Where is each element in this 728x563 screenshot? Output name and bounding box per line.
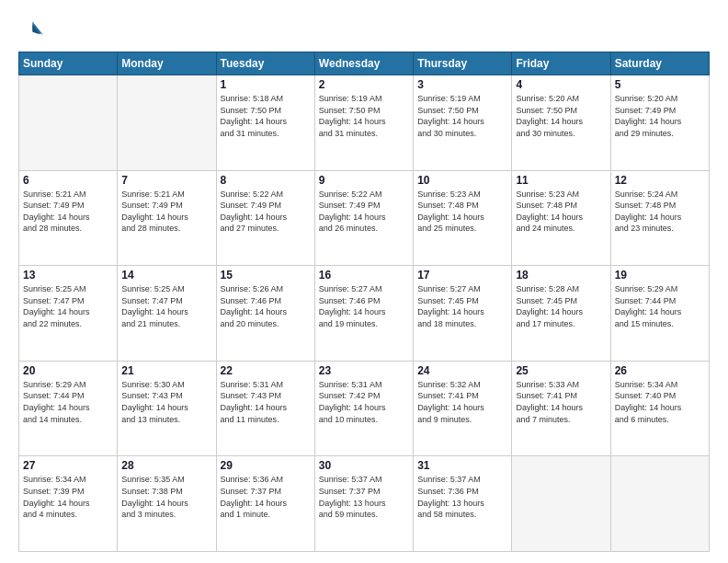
day-info: Sunrise: 5:27 AM Sunset: 7:45 PM Dayligh… (417, 283, 507, 329)
day-number: 31 (417, 459, 507, 472)
day-info: Sunrise: 5:31 AM Sunset: 7:42 PM Dayligh… (319, 379, 409, 425)
day-header-friday: Friday (512, 52, 610, 75)
calendar-body: 1Sunrise: 5:18 AM Sunset: 7:50 PM Daylig… (19, 75, 710, 552)
day-info: Sunrise: 5:18 AM Sunset: 7:50 PM Dayligh… (221, 93, 311, 139)
day-info: Sunrise: 5:20 AM Sunset: 7:49 PM Dayligh… (615, 93, 705, 139)
day-info: Sunrise: 5:19 AM Sunset: 7:50 PM Dayligh… (319, 93, 409, 139)
day-header-wednesday: Wednesday (314, 52, 413, 75)
day-number: 23 (319, 364, 409, 377)
day-number: 14 (121, 269, 211, 282)
week-row-3: 13Sunrise: 5:25 AM Sunset: 7:47 PM Dayli… (19, 266, 710, 362)
day-header-thursday: Thursday (414, 52, 512, 75)
day-info: Sunrise: 5:25 AM Sunset: 7:47 PM Dayligh… (23, 283, 113, 329)
day-number: 25 (516, 364, 606, 377)
calendar-cell: 11Sunrise: 5:23 AM Sunset: 7:48 PM Dayli… (512, 170, 610, 266)
day-number: 6 (23, 174, 113, 187)
calendar-table: SundayMondayTuesdayWednesdayThursdayFrid… (18, 52, 710, 552)
day-info: Sunrise: 5:21 AM Sunset: 7:49 PM Dayligh… (23, 189, 113, 235)
calendar-cell: 12Sunrise: 5:24 AM Sunset: 7:48 PM Dayli… (610, 170, 709, 266)
calendar-cell: 25Sunrise: 5:33 AM Sunset: 7:41 PM Dayli… (512, 361, 610, 456)
day-number: 28 (121, 459, 211, 472)
calendar-cell: 30Sunrise: 5:37 AM Sunset: 7:37 PM Dayli… (314, 456, 413, 552)
calendar-cell: 16Sunrise: 5:27 AM Sunset: 7:46 PM Dayli… (314, 266, 413, 362)
days-row: SundayMondayTuesdayWednesdayThursdayFrid… (19, 52, 710, 75)
day-number: 13 (23, 269, 113, 282)
day-info: Sunrise: 5:28 AM Sunset: 7:45 PM Dayligh… (516, 283, 606, 329)
calendar-cell: 10Sunrise: 5:23 AM Sunset: 7:48 PM Dayli… (414, 170, 512, 266)
day-header-monday: Monday (118, 52, 216, 75)
calendar-cell: 4Sunrise: 5:20 AM Sunset: 7:50 PM Daylig… (512, 75, 610, 171)
day-number: 3 (417, 78, 507, 91)
day-number: 11 (516, 174, 606, 187)
calendar-cell: 23Sunrise: 5:31 AM Sunset: 7:42 PM Dayli… (314, 361, 413, 456)
calendar-cell: 3Sunrise: 5:19 AM Sunset: 7:50 PM Daylig… (414, 75, 512, 171)
day-info: Sunrise: 5:31 AM Sunset: 7:43 PM Dayligh… (221, 379, 311, 425)
calendar-cell: 29Sunrise: 5:36 AM Sunset: 7:37 PM Dayli… (216, 456, 314, 552)
day-number: 18 (516, 269, 606, 282)
calendar-cell: 26Sunrise: 5:34 AM Sunset: 7:40 PM Dayli… (610, 361, 709, 456)
calendar-cell: 7Sunrise: 5:21 AM Sunset: 7:49 PM Daylig… (118, 170, 216, 266)
day-number: 20 (23, 364, 113, 377)
day-number: 4 (516, 78, 606, 91)
day-info: Sunrise: 5:26 AM Sunset: 7:46 PM Dayligh… (221, 283, 311, 329)
logo-icon (18, 17, 44, 42)
day-info: Sunrise: 5:34 AM Sunset: 7:39 PM Dayligh… (23, 474, 113, 520)
day-number: 8 (221, 174, 311, 187)
day-number: 16 (319, 269, 409, 282)
day-number: 29 (221, 459, 311, 472)
calendar-cell: 15Sunrise: 5:26 AM Sunset: 7:46 PM Dayli… (216, 266, 314, 362)
calendar-cell: 13Sunrise: 5:25 AM Sunset: 7:47 PM Dayli… (19, 266, 118, 362)
day-info: Sunrise: 5:25 AM Sunset: 7:47 PM Dayligh… (121, 283, 211, 329)
day-number: 15 (221, 269, 311, 282)
calendar-cell: 18Sunrise: 5:28 AM Sunset: 7:45 PM Dayli… (512, 266, 610, 362)
day-number: 10 (417, 174, 507, 187)
day-info: Sunrise: 5:21 AM Sunset: 7:49 PM Dayligh… (121, 189, 211, 235)
day-number: 30 (319, 459, 409, 472)
day-info: Sunrise: 5:37 AM Sunset: 7:37 PM Dayligh… (319, 474, 409, 520)
calendar-cell: 28Sunrise: 5:35 AM Sunset: 7:38 PM Dayli… (118, 456, 216, 552)
day-header-sunday: Sunday (19, 52, 118, 75)
calendar-cell: 31Sunrise: 5:37 AM Sunset: 7:36 PM Dayli… (414, 456, 512, 552)
day-number: 26 (615, 364, 705, 377)
day-info: Sunrise: 5:22 AM Sunset: 7:49 PM Dayligh… (221, 189, 311, 235)
calendar-cell: 9Sunrise: 5:22 AM Sunset: 7:49 PM Daylig… (314, 170, 413, 266)
week-row-2: 6Sunrise: 5:21 AM Sunset: 7:49 PM Daylig… (19, 170, 710, 266)
day-info: Sunrise: 5:23 AM Sunset: 7:48 PM Dayligh… (516, 189, 606, 235)
logo (18, 17, 48, 42)
day-number: 12 (615, 174, 705, 187)
day-info: Sunrise: 5:23 AM Sunset: 7:48 PM Dayligh… (417, 189, 507, 235)
svg-rect-0 (18, 17, 44, 42)
day-info: Sunrise: 5:29 AM Sunset: 7:44 PM Dayligh… (615, 283, 705, 329)
calendar-cell (610, 456, 709, 552)
day-info: Sunrise: 5:37 AM Sunset: 7:36 PM Dayligh… (417, 474, 507, 520)
calendar-cell: 27Sunrise: 5:34 AM Sunset: 7:39 PM Dayli… (19, 456, 118, 552)
day-header-tuesday: Tuesday (216, 52, 314, 75)
calendar-cell: 20Sunrise: 5:29 AM Sunset: 7:44 PM Dayli… (19, 361, 118, 456)
calendar-cell: 22Sunrise: 5:31 AM Sunset: 7:43 PM Dayli… (216, 361, 314, 456)
calendar-cell: 8Sunrise: 5:22 AM Sunset: 7:49 PM Daylig… (216, 170, 314, 266)
calendar-cell: 17Sunrise: 5:27 AM Sunset: 7:45 PM Dayli… (414, 266, 512, 362)
header (18, 17, 710, 42)
day-info: Sunrise: 5:33 AM Sunset: 7:41 PM Dayligh… (516, 379, 606, 425)
calendar-cell: 24Sunrise: 5:32 AM Sunset: 7:41 PM Dayli… (414, 361, 512, 456)
calendar-cell: 14Sunrise: 5:25 AM Sunset: 7:47 PM Dayli… (118, 266, 216, 362)
day-info: Sunrise: 5:19 AM Sunset: 7:50 PM Dayligh… (417, 93, 507, 139)
day-info: Sunrise: 5:24 AM Sunset: 7:48 PM Dayligh… (615, 189, 705, 235)
day-info: Sunrise: 5:27 AM Sunset: 7:46 PM Dayligh… (319, 283, 409, 329)
calendar-cell: 6Sunrise: 5:21 AM Sunset: 7:49 PM Daylig… (19, 170, 118, 266)
day-number: 5 (615, 78, 705, 91)
calendar-cell (118, 75, 216, 171)
day-info: Sunrise: 5:35 AM Sunset: 7:38 PM Dayligh… (121, 474, 211, 520)
day-info: Sunrise: 5:22 AM Sunset: 7:49 PM Dayligh… (319, 189, 409, 235)
week-row-5: 27Sunrise: 5:34 AM Sunset: 7:39 PM Dayli… (19, 456, 710, 552)
week-row-4: 20Sunrise: 5:29 AM Sunset: 7:44 PM Dayli… (19, 361, 710, 456)
calendar-cell (512, 456, 610, 552)
calendar-cell (19, 75, 118, 171)
page: SundayMondayTuesdayWednesdayThursdayFrid… (0, 0, 728, 563)
week-row-1: 1Sunrise: 5:18 AM Sunset: 7:50 PM Daylig… (19, 75, 710, 171)
calendar-cell: 21Sunrise: 5:30 AM Sunset: 7:43 PM Dayli… (118, 361, 216, 456)
calendar-cell: 19Sunrise: 5:29 AM Sunset: 7:44 PM Dayli… (610, 266, 709, 362)
day-info: Sunrise: 5:32 AM Sunset: 7:41 PM Dayligh… (417, 379, 507, 425)
calendar-cell: 5Sunrise: 5:20 AM Sunset: 7:49 PM Daylig… (610, 75, 709, 171)
day-number: 1 (221, 78, 311, 91)
